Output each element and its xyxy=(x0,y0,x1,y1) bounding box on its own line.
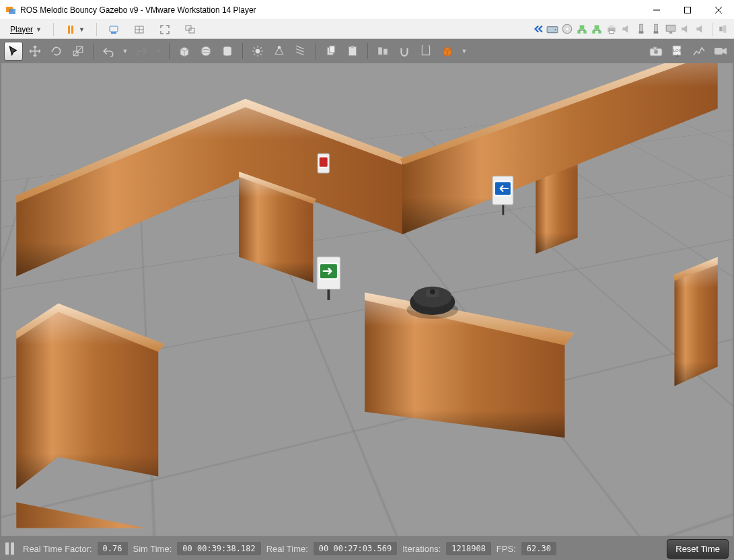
tools-icon[interactable] xyxy=(718,23,730,35)
fps-label: FPS: xyxy=(497,544,516,554)
select-tool[interactable] xyxy=(4,42,23,61)
close-button[interactable] xyxy=(703,0,734,20)
iterations-label: Iterations: xyxy=(402,544,441,554)
directional-light-button[interactable] xyxy=(291,42,310,61)
wall-left-near xyxy=(16,304,165,489)
svg-rect-23 xyxy=(655,24,658,32)
view-angle-button[interactable] xyxy=(438,42,457,61)
cylinder-shape-button[interactable] xyxy=(218,42,237,61)
window-titlebar: ROS Melodic Bouncy Gazebo v9 - VMware Wo… xyxy=(0,0,734,20)
player-menu-label: Player xyxy=(10,25,33,34)
toolbar-divider xyxy=(712,23,712,36)
plot-button[interactable] xyxy=(690,42,708,61)
printer-icon[interactable] xyxy=(605,23,618,35)
redo-button[interactable] xyxy=(133,42,151,61)
usb2-icon[interactable] xyxy=(650,23,662,35)
svg-rect-39 xyxy=(351,46,355,48)
svg-rect-28 xyxy=(723,25,727,32)
chevron-down-icon: ▼ xyxy=(79,26,85,33)
play-pause-button[interactable] xyxy=(5,542,17,555)
toolbar-separator xyxy=(93,43,94,59)
svg-rect-15 xyxy=(595,25,599,29)
svg-rect-25 xyxy=(666,25,675,31)
chevrons-icon[interactable] xyxy=(531,23,544,35)
pause-icon xyxy=(65,24,76,35)
sphere-shape-button[interactable] xyxy=(196,42,215,61)
spot-light-button[interactable] xyxy=(270,42,289,61)
paste-button[interactable] xyxy=(343,42,362,61)
toolbar-divider xyxy=(53,23,54,36)
network2-icon[interactable] xyxy=(591,23,603,35)
svg-marker-70 xyxy=(16,502,429,528)
fps-value: 62.30 xyxy=(521,542,556,555)
minimize-button[interactable] xyxy=(641,0,672,20)
send-ctrl-alt-del-button[interactable] xyxy=(102,22,125,37)
usb-icon[interactable] xyxy=(635,23,647,35)
sound-icon[interactable] xyxy=(620,23,632,35)
svg-rect-4 xyxy=(111,32,116,34)
gazebo-toolbar: ▼ ▼ ▼ LOG xyxy=(0,39,734,63)
network-icon[interactable] xyxy=(576,23,588,35)
pause-vm-button[interactable]: ▼ xyxy=(59,22,91,37)
box-shape-button[interactable] xyxy=(175,42,194,61)
drive-icon[interactable] xyxy=(546,23,558,35)
toolbar-separator xyxy=(367,43,368,59)
svg-rect-24 xyxy=(654,31,659,33)
svg-point-31 xyxy=(201,46,211,56)
align-button[interactable] xyxy=(373,42,392,61)
svg-rect-41 xyxy=(383,49,388,55)
svg-rect-19 xyxy=(610,25,614,27)
maximize-button[interactable] xyxy=(672,0,703,20)
record-button[interactable] xyxy=(711,42,730,61)
sim-time-value: 00 00:39:38.182 xyxy=(177,542,260,555)
screenshot-button[interactable] xyxy=(647,42,665,61)
point-light-button[interactable] xyxy=(248,42,267,61)
svg-rect-20 xyxy=(610,30,614,34)
iterations-value: 1218908 xyxy=(446,542,491,555)
window-title: ROS Melodic Bouncy Gazebo v9 - VMware Wo… xyxy=(20,5,641,15)
svg-text:LOG: LOG xyxy=(673,48,682,53)
scale-tool[interactable] xyxy=(69,42,87,61)
svg-rect-1 xyxy=(9,9,15,14)
svg-point-44 xyxy=(654,50,658,54)
svg-rect-45 xyxy=(653,47,657,49)
copy-button[interactable] xyxy=(322,42,340,61)
move-tool[interactable] xyxy=(26,42,44,61)
gazebo-statusbar: Real Time Factor: 0.76 Sim Time: 00 00:3… xyxy=(0,537,734,560)
undo-dropdown[interactable]: ▼ xyxy=(120,42,130,61)
window-controls xyxy=(641,0,734,20)
vmware-tray xyxy=(531,23,730,36)
svg-point-34 xyxy=(256,49,260,54)
player-menu-button[interactable]: Player ▼ xyxy=(4,22,48,37)
bt-icon[interactable] xyxy=(694,23,706,35)
snapshot-button[interactable] xyxy=(128,22,151,37)
undo-button[interactable] xyxy=(99,42,118,61)
reset-time-button[interactable]: Reset Time xyxy=(667,539,729,559)
fullscreen-button[interactable] xyxy=(153,22,176,37)
unity-icon xyxy=(185,24,196,35)
scene-svg xyxy=(1,63,733,536)
svg-rect-26 xyxy=(669,32,673,33)
sound2-icon[interactable] xyxy=(680,23,692,35)
snap-button[interactable] xyxy=(395,42,414,61)
log-button[interactable]: LOG xyxy=(668,42,687,61)
rotate-tool[interactable] xyxy=(47,42,66,61)
wall-bottom-left xyxy=(16,502,429,528)
send-keys-icon xyxy=(108,24,119,35)
toolbar-separator xyxy=(316,43,316,59)
real-time-label: Real Time: xyxy=(266,544,308,554)
gazebo-viewport[interactable] xyxy=(0,63,734,537)
redo-dropdown[interactable]: ▼ xyxy=(154,42,163,61)
svg-rect-22 xyxy=(639,31,644,33)
display-icon[interactable] xyxy=(665,23,677,35)
snapshot-icon xyxy=(134,24,145,35)
svg-rect-12 xyxy=(580,25,585,29)
view-angle-dropdown[interactable]: ▼ xyxy=(460,42,469,61)
unity-button[interactable] xyxy=(179,22,202,37)
svg-rect-83 xyxy=(319,157,328,167)
cd-icon[interactable] xyxy=(561,23,573,35)
tape-button[interactable] xyxy=(416,42,435,61)
fullscreen-icon xyxy=(159,24,170,35)
svg-rect-40 xyxy=(378,47,382,55)
wall-center xyxy=(365,292,575,438)
